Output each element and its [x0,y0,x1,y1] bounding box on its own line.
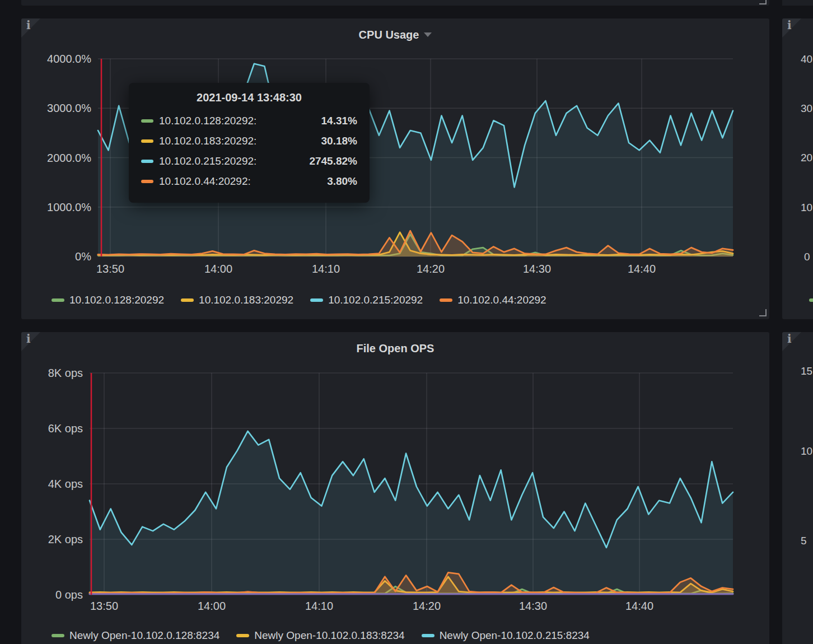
y-axis-tick-label: 8K ops [48,367,83,379]
legend-color-dash [52,298,64,302]
tooltip-series-value: 30.18% [321,135,357,147]
legend-color-dash [310,298,323,302]
x-axis-tick-label: 13:50 [96,263,124,275]
file-open-ops-legend: Newly Open-10.102.0.128:8234Newly Open-1… [52,629,590,642]
series-fill [90,431,733,595]
tooltip-row: 10.102.0.128:20292:14.31% [141,111,357,131]
legend-label: 10.102.0.44:20292 [457,294,546,306]
y-axis-tick-label: 2K ops [48,533,83,545]
tooltip-series-label: 10.102.0.44:20292: [159,175,327,188]
legend-item[interactable]: 10.102.0.183:20292 [181,294,293,306]
tooltip-row: 10.102.0.215:20292:2745.82% [141,151,357,171]
grafana-dashboard: i CPU Usage 4000.0%3000.0%2000.0%1000.0%… [0,0,813,644]
legend-label: Newly Open-10.102.0.215:8234 [440,629,590,642]
file-open-ops-chart[interactable]: 8K ops6K ops4K ops2K ops0 ops13:5014:001… [21,332,769,644]
tooltip-timestamp: 2021-09-14 13:48:30 [141,91,357,104]
tooltip-series-dash [141,139,153,143]
info-icon: i [787,333,792,344]
tooltip-series-value: 2745.82% [309,155,357,167]
chart-tooltip: 2021-09-14 13:48:30 10.102.0.128:20292:1… [129,83,370,203]
panel-above-bottom-edge [21,0,769,6]
legend-item[interactable]: Newly Open-10.102.0.183:8234 [236,629,404,642]
x-axis-tick-label: 14:20 [417,263,445,275]
x-axis-tick-label: 14:10 [305,600,333,612]
legend-item[interactable]: Newly Open-10.102.0.128:8234 [52,629,219,642]
info-icon: i [787,20,792,31]
cpu-legend: 10.102.0.128:2029210.102.0.183:2029210.1… [52,294,546,306]
axis-tick-label: 30 [801,102,812,115]
legend-label: 10.102.0.183:20292 [199,294,293,306]
axis-tick-label: 20 [801,152,812,164]
legend-label: 10.102.0.215:20292 [328,294,423,306]
legend-item[interactable]: 10.102.0.128:20292 [52,294,164,306]
axis-tick-label: 0 [804,251,810,263]
panel-above-right-bottom-edge [782,0,813,6]
legend-color-dash [52,634,64,637]
axis-tick-label: 40 [801,53,812,66]
legend-label: Newly Open-10.102.0.128:8234 [69,629,219,642]
y-axis-tick-label: 6K ops [48,422,83,435]
legend-item[interactable]: 10.102.0.44:20292 [440,294,546,306]
panel-resize-handle[interactable] [759,0,767,4]
y-axis-tick-label: 4000.0% [47,53,91,65]
axis-tick-label: 10 [801,202,812,214]
y-axis-tick-label: 1000.0% [47,201,91,213]
legend-color-dash [809,298,813,302]
panel-info-corner[interactable]: i [782,18,801,38]
legend-label: 10.102.0.128:20292 [69,294,164,306]
y-axis-tick-label: 2000.0% [47,152,91,164]
axis-tick-label: 10 [801,445,812,458]
x-axis-tick-label: 14:00 [204,263,232,275]
tooltip-row: 10.102.0.44:20292:3.80% [141,171,357,192]
tooltip-series-label: 10.102.0.128:20292: [159,115,321,127]
tooltip-series-dash [141,119,153,123]
y-axis-tick-label: 0% [75,250,91,263]
tooltip-series-value: 14.31% [321,115,357,127]
x-axis-tick-label: 14:40 [625,600,653,612]
legend-color-dash [422,634,434,637]
y-axis-tick-label: 4K ops [48,478,83,490]
tooltip-series-label: 10.102.0.215:20292: [159,155,309,167]
partial-panel-bottom-right: i 15105 [782,332,813,644]
tooltip-row: 10.102.0.183:20292:30.18% [141,131,357,151]
x-axis-tick-label: 14:30 [523,263,551,275]
tooltip-series-dash [141,160,153,163]
legend-item[interactable]: 10.102.0.215:20292 [310,294,423,306]
tooltip-series-value: 3.80% [327,175,357,188]
legend-color-dash [440,298,452,302]
axis-tick-label: 5 [801,535,807,547]
x-axis-tick-label: 14:30 [519,600,547,612]
partial-panel-top-right: i 403020100 [782,18,813,319]
y-axis-tick-label: 0 ops [55,589,83,601]
axis-tick-label: 15 [801,365,812,377]
x-axis-tick-label: 13:50 [90,600,118,612]
x-axis-tick-label: 14:20 [413,600,441,612]
y-axis-tick-label: 3000.0% [47,102,91,114]
x-axis-tick-label: 14:10 [312,263,340,275]
panel-resize-handle[interactable] [759,309,767,316]
x-axis-tick-label: 14:00 [198,600,226,612]
tooltip-series-dash [141,180,153,183]
tooltip-series-label: 10.102.0.183:20292: [159,135,321,147]
legend-color-dash [181,298,194,302]
x-axis-tick-label: 14:40 [628,263,656,275]
panel-info-corner[interactable]: i [782,332,801,351]
legend-color-dash [236,634,249,637]
legend-label: Newly Open-10.102.0.183:8234 [254,629,404,642]
file-open-ops-panel: i File Open OPS 8K ops6K ops4K ops2K ops… [21,332,769,644]
legend-item[interactable]: Newly Open-10.102.0.215:8234 [422,629,590,642]
